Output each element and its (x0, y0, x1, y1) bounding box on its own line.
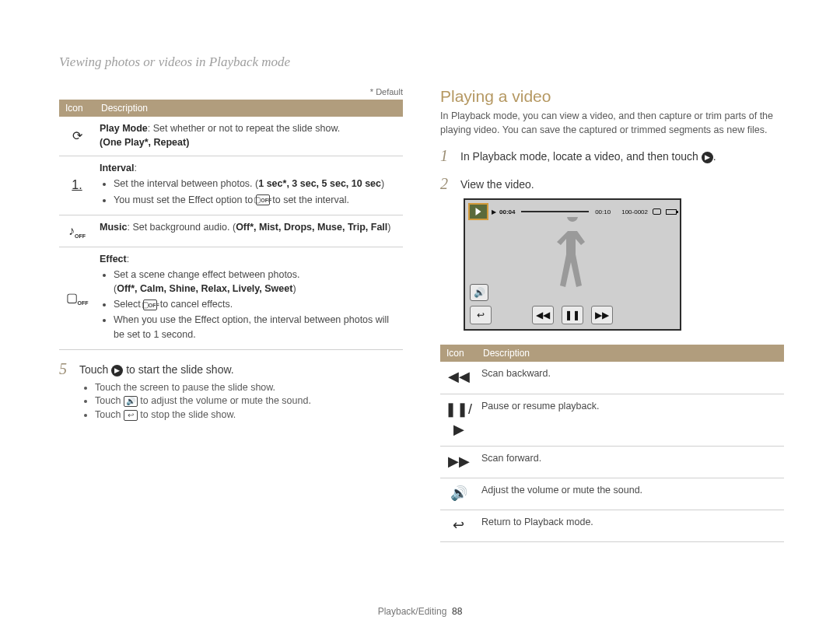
playing-video-heading: Playing a video (440, 87, 784, 106)
music-bold: Off*, Mist, Drops, Muse, Trip, Fall (236, 222, 387, 233)
playing-video-intro: In Playback mode, you can view a video, … (440, 109, 784, 137)
volume-icon: 🔊 (450, 485, 467, 501)
step-5: 5 Touch ▶ to start the slide show. (59, 361, 403, 378)
interval-label: Interval (100, 163, 134, 173)
forward-button[interactable]: ▶▶ (591, 306, 613, 324)
pause-play-icon: ❚❚/▶ (445, 401, 472, 437)
volume-desc: Adjust the volume or mute the sound. (477, 478, 784, 510)
volume-icon: 🔊 (124, 396, 138, 407)
music-label: Music (100, 222, 127, 233)
video-frame-silhouette (549, 217, 596, 304)
row-volume: 🔊 Adjust the volume or mute the sound. (440, 478, 784, 510)
progress-bar[interactable] (521, 211, 589, 212)
volume-button[interactable]: 🔊 (470, 284, 488, 301)
repeat-icon: ⟳ (72, 129, 82, 142)
step-1-number: 1 (440, 148, 453, 163)
step-1-text-b: . (713, 150, 716, 163)
play-mode-text: : Set whether or not to repeat the slide… (148, 123, 340, 134)
effect-icon: ▢OFF (66, 291, 89, 304)
file-index: 100-0002 (621, 208, 648, 215)
row-music: ♪OFF Music: Set background audio. (Off*,… (59, 215, 403, 247)
interval-bullet-2: You must set the Effect option to ▢OFF t… (114, 193, 398, 207)
pause-play-desc: Pause or resume playback. (477, 394, 784, 446)
interval-b2a: You must set the Effect option to (114, 194, 256, 205)
play-mode-options: (One Play*, Repeat) (100, 137, 189, 148)
effect-bullet-1: Set a scene change effect between photos… (114, 268, 398, 296)
th-icon: Icon (440, 345, 477, 362)
forward-desc: Scan forward. (477, 446, 784, 478)
default-note: * Default (59, 87, 403, 96)
step-5-text-b: to start the slide show. (123, 363, 233, 376)
step-5-sub-1: Touch the screen to pause the slide show… (95, 382, 403, 393)
step-5-text-a: Touch (79, 363, 111, 376)
step-5-sub-3: Touch ↩ to stop the slide show. (95, 409, 403, 421)
elapsed-time: 00:04 (499, 208, 515, 215)
effect-bullet-2: Select ▢OFF to cancel effects. (114, 297, 398, 311)
interval-b2b: to set the interval. (270, 194, 349, 205)
interval-icon: 1. (72, 178, 82, 191)
pause-button[interactable]: ❚❚ (562, 306, 583, 324)
video-thumbnail (468, 203, 488, 220)
video-player-preview: ▶ 00:04 00:10 100-0002 🔊 ↩ (464, 198, 681, 331)
effect-opts: Off*, Calm, Shine, Relax, Lively, Sweet (117, 283, 292, 294)
interval-b1-close: ) (381, 178, 384, 189)
effect-b2a: Select (114, 299, 143, 310)
battery-icon (666, 209, 677, 215)
row-interval: 1. Interval: Set the interval between ph… (59, 156, 403, 215)
play-indicator-icon: ▶ (492, 208, 496, 215)
play-icon: ▶ (111, 365, 123, 377)
return-desc: Return to Playback mode. (477, 510, 784, 541)
step5-s2a: Touch (95, 395, 124, 406)
step5-s3b: to stop the slide show. (138, 409, 236, 420)
return-icon: ↩ (453, 517, 464, 533)
music-close: ) (387, 222, 390, 233)
footer-page-number: 88 (452, 606, 462, 617)
effect-off-icon: ▢OFF (256, 194, 270, 205)
effect-label: Effect (100, 254, 127, 264)
th-description: Description (95, 100, 403, 117)
row-effect: ▢OFF Effect: Set a scene change effect b… (59, 247, 403, 349)
step-1-text-a: In Playback mode, locate a video, and th… (460, 150, 702, 163)
step5-s3a: Touch (95, 409, 124, 420)
step-5-number: 5 (59, 361, 72, 377)
step-2: 2 View the video. (440, 176, 784, 193)
step-2-text: View the video. (460, 176, 534, 193)
row-rewind: ◀◀ Scan backward. (440, 362, 784, 394)
th-description: Description (477, 345, 784, 362)
page-footer: Playback/Editing 88 (0, 606, 840, 617)
interval-bullet-1: Set the interval between photos. (1 sec*… (114, 177, 398, 191)
rewind-desc: Scan backward. (477, 362, 784, 394)
footer-section: Playback/Editing (378, 606, 447, 617)
row-return: ↩ Return to Playback mode. (440, 510, 784, 541)
total-time: 00:10 (595, 208, 611, 215)
fast-forward-icon: ▶▶ (448, 454, 470, 469)
effect-bullet-3: When you use the Effect option, the inte… (114, 313, 398, 341)
return-icon: ↩ (124, 410, 138, 421)
rewind-button[interactable]: ◀◀ (532, 306, 554, 324)
memory-icon (653, 208, 661, 215)
playback-controls-table: Icon Description ◀◀ Scan backward. ❚❚/▶ … (440, 345, 784, 542)
rewind-icon: ◀◀ (448, 369, 470, 384)
row-forward: ▶▶ Scan forward. (440, 446, 784, 478)
interval-b1-text: Set the interval between photos. ( (114, 178, 258, 189)
effect-opts-close: ) (292, 283, 296, 294)
effect-b2b: to cancel effects. (157, 299, 233, 310)
step-5-sub-2: Touch 🔊 to adjust the volume or mute the… (95, 395, 403, 407)
play-icon: ▶ (702, 152, 713, 163)
return-button[interactable]: ↩ (470, 306, 492, 324)
step-1: 1 In Playback mode, locate a video, and … (440, 148, 784, 165)
th-icon: Icon (59, 100, 95, 117)
step-2-number: 2 (440, 176, 453, 191)
music-text: : Set background audio. ( (127, 222, 236, 233)
step5-s2b: to adjust the volume or mute the sound. (138, 395, 311, 406)
music-icon: ♪OFF (68, 224, 86, 237)
play-mode-label: Play Mode (100, 123, 148, 134)
interval-b1-bold: 1 sec*, 3 sec, 5 sec, 10 sec (258, 178, 381, 189)
slideshow-options-table: Icon Description ⟳ Play Mode: Set whethe… (59, 100, 403, 350)
row-pause-play: ❚❚/▶ Pause or resume playback. (440, 394, 784, 446)
breadcrumb: Viewing photos or videos in Playback mod… (59, 54, 787, 70)
effect-off-icon-2: ▢OFF (143, 299, 157, 310)
row-play-mode: ⟳ Play Mode: Set whether or not to repea… (59, 117, 403, 156)
effect-b1-text: Set a scene change effect between photos… (114, 269, 300, 280)
